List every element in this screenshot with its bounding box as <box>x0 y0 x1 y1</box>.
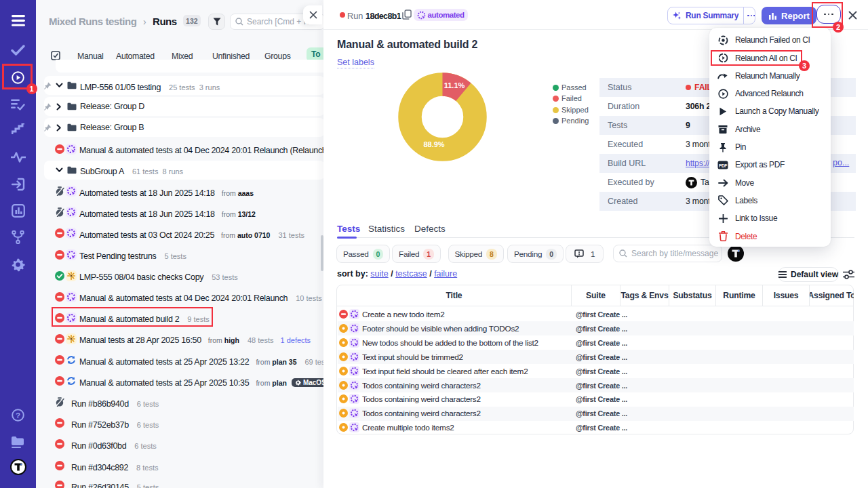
svg-text:88.9%: 88.9% <box>423 140 444 148</box>
svg-text:?: ? <box>16 411 20 420</box>
svg-text:PDF: PDF <box>719 163 727 167</box>
svg-text:11.1%: 11.1% <box>444 81 465 89</box>
